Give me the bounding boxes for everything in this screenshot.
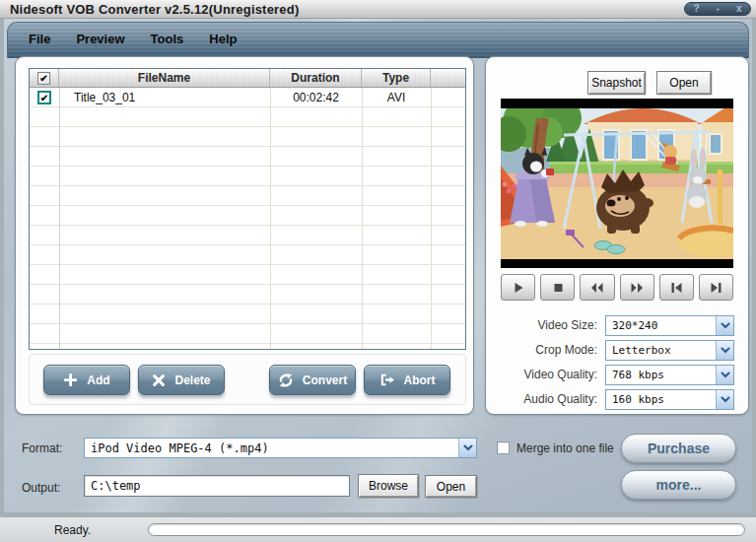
column-header-filename[interactable]: FileName (59, 69, 270, 87)
crop-mode-select[interactable]: Letterbox (605, 340, 734, 361)
column-divider (362, 88, 363, 349)
output-label: Output: (22, 481, 60, 495)
x-icon (152, 373, 166, 387)
delete-button[interactable]: Delete (138, 365, 225, 395)
column-header-spacer (431, 69, 465, 87)
status-text: Ready. (54, 523, 91, 537)
fast-forward-button[interactable] (620, 274, 654, 301)
delete-label: Delete (174, 373, 210, 387)
menu-preview[interactable]: Preview (76, 32, 124, 46)
minimize-icon[interactable]: - (717, 3, 720, 15)
table-row[interactable]: ✔ Title_03_01 00:02:42 AVI (30, 88, 465, 107)
file-table: ✔ FileName Duration Type ✔ Title_03_01 0… (29, 68, 466, 350)
window-title: Nidesoft VOB Converter v2.5.12(Unregiste… (10, 2, 299, 17)
actions-toolbar: Add Delete Convert (29, 354, 466, 405)
file-list-panel: ✔ FileName Duration Type ✔ Title_03_01 0… (15, 56, 474, 415)
video-quality-value: 768 kbps (606, 369, 716, 381)
help-icon[interactable]: ? (693, 3, 699, 15)
rewind-button[interactable] (580, 274, 614, 301)
add-label: Add (87, 373, 109, 387)
audio-quality-label: Audio Quality: (486, 392, 597, 406)
format-select[interactable]: iPod Video MPEG-4 (*.mp4) (84, 438, 477, 458)
chevron-down-icon[interactable] (716, 316, 733, 335)
preview-panel: Snapshot Open (485, 56, 749, 415)
format-value: iPod Video MPEG-4 (*.mp4) (85, 441, 458, 455)
cell-duration: 00:02:42 (270, 91, 362, 104)
stop-button[interactable] (540, 274, 575, 301)
previous-button[interactable] (659, 274, 694, 301)
menu-tools[interactable]: Tools (151, 32, 184, 46)
video-quality-label: Video Quality: (486, 368, 597, 381)
video-size-value: 320*240 (606, 319, 716, 332)
column-header-type[interactable]: Type (362, 69, 431, 87)
format-label: Format: (22, 441, 62, 455)
fast-forward-icon (630, 282, 645, 294)
crop-mode-label: Crop Mode: (486, 343, 597, 357)
status-bar: Ready. (0, 516, 756, 542)
add-button[interactable]: Add (43, 365, 130, 395)
window-controls: ? - x (684, 2, 751, 16)
chevron-down-icon[interactable] (716, 366, 733, 384)
video-preview (501, 99, 733, 268)
output-path-input[interactable]: C:\temp (84, 475, 350, 497)
file-table-body: ✔ Title_03_01 00:02:42 AVI (30, 88, 465, 349)
play-icon (512, 282, 525, 294)
merge-label: Merge into one file (516, 441, 614, 455)
chevron-down-icon[interactable] (716, 390, 733, 409)
crop-mode-row: Crop Mode: Letterbox (486, 340, 750, 361)
abort-label: Abort (404, 373, 436, 387)
open-output-button[interactable]: Open (425, 475, 477, 498)
menu-bar: File Preview Tools Help (7, 22, 749, 58)
previous-icon (669, 282, 684, 294)
snapshot-button[interactable]: Snapshot (587, 71, 646, 95)
file-table-header: ✔ FileName Duration Type (30, 69, 465, 88)
close-icon[interactable]: x (736, 3, 742, 15)
merge-checkbox[interactable] (497, 441, 510, 454)
column-divider (270, 88, 271, 349)
title-bar: Nidesoft VOB Converter v2.5.12(Unregiste… (0, 0, 756, 19)
plus-icon (63, 373, 78, 387)
convert-button[interactable]: Convert (269, 365, 356, 395)
next-icon (709, 282, 723, 294)
cell-filename: Title_03_01 (59, 91, 270, 104)
menu-help[interactable]: Help (209, 32, 237, 46)
convert-label: Convert (303, 373, 347, 387)
audio-quality-select[interactable]: 160 kbps (605, 389, 734, 410)
video-quality-row: Video Quality: 768 kbps (486, 365, 750, 385)
chevron-down-icon[interactable] (716, 341, 733, 360)
select-all-checkbox[interactable]: ✔ (37, 72, 50, 85)
player-controls (501, 274, 733, 301)
more-button[interactable]: more... (621, 470, 736, 500)
open-preview-button[interactable]: Open (656, 71, 712, 95)
video-size-row: Video Size: 320*240 (486, 315, 750, 336)
play-button[interactable] (501, 274, 535, 301)
header-select-all[interactable]: ✔ (30, 69, 59, 87)
audio-quality-value: 160 kbps (606, 393, 716, 406)
column-divider (431, 88, 432, 349)
browse-button[interactable]: Browse (358, 474, 419, 498)
audio-quality-row: Audio Quality: 160 kbps (486, 389, 750, 410)
row-checkbox[interactable]: ✔ (37, 91, 51, 104)
cell-type: AVI (362, 91, 431, 104)
exit-arrow-icon (379, 373, 395, 387)
purchase-button[interactable]: Purchase (621, 434, 736, 463)
column-divider (59, 88, 60, 349)
stop-icon (551, 282, 565, 294)
convert-arrows-icon (278, 373, 294, 388)
video-quality-select[interactable]: 768 kbps (605, 365, 734, 385)
menu-file[interactable]: File (29, 32, 50, 46)
abort-button[interactable]: Abort (364, 365, 450, 395)
chevron-down-icon[interactable] (458, 439, 476, 457)
app-window: Nidesoft VOB Converter v2.5.12(Unregiste… (0, 0, 756, 542)
video-size-label: Video Size: (486, 318, 597, 332)
progress-bar (148, 523, 745, 536)
video-frame-image (501, 108, 733, 259)
video-size-select[interactable]: 320*240 (605, 315, 734, 336)
crop-mode-value: Letterbox (606, 344, 716, 357)
next-button[interactable] (699, 274, 733, 301)
column-header-duration[interactable]: Duration (270, 69, 362, 87)
rewind-icon (589, 282, 604, 294)
